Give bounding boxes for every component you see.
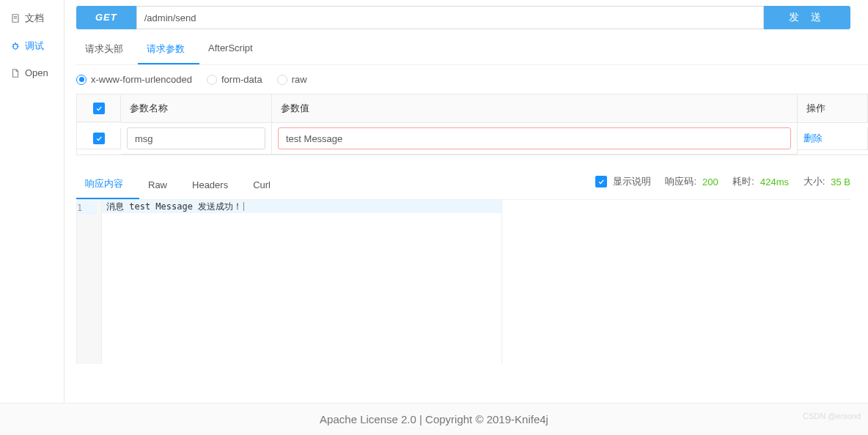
- resp-code-value: 200: [702, 176, 718, 187]
- resp-time-label: 耗时:: [732, 175, 754, 188]
- header-op: 操作: [798, 94, 868, 123]
- response-meta: 显示说明 响应码: 200 耗时: 424ms 大小: 35 B: [595, 175, 850, 194]
- header-value: 参数值: [272, 94, 798, 123]
- tab-response-headers[interactable]: Headers: [183, 172, 244, 198]
- checkbox-checked-icon[interactable]: [595, 176, 607, 187]
- checkbox-checked-icon: [93, 103, 105, 114]
- file-icon: [10, 68, 21, 78]
- footer: Apache License 2.0 | Copyright © 2019-Kn…: [0, 403, 868, 435]
- bug-icon: [10, 41, 21, 51]
- params-table: 参数名称 参数值 操作 删除: [76, 94, 868, 155]
- tab-response-body[interactable]: 响应内容: [76, 170, 139, 199]
- sidebar-item-label: Open: [25, 67, 48, 78]
- response-tabs: 响应内容 Raw Headers Curl 显示说明 响应码: 200 耗时: …: [76, 170, 850, 200]
- sidebar: 文档 调试 Open: [0, 0, 65, 435]
- resp-size-label: 大小:: [803, 175, 825, 188]
- footer-text: Apache License 2.0 | Copyright © 2019-Kn…: [320, 413, 548, 425]
- tab-afterscript[interactable]: AfterScript: [199, 35, 268, 64]
- radio-on-icon: [76, 75, 87, 85]
- delete-link[interactable]: 删除: [803, 133, 823, 144]
- svg-line-8: [17, 44, 18, 45]
- response-text: 消息 test Message 发送成功！: [106, 201, 242, 213]
- resp-size-value: 35 B: [831, 176, 850, 187]
- tab-response-raw[interactable]: Raw: [139, 172, 183, 198]
- http-method-badge[interactable]: GET: [76, 6, 136, 29]
- table-header-row: 参数名称 参数值 操作: [77, 94, 868, 123]
- svg-point-3: [13, 44, 18, 49]
- sidebar-item-debug[interactable]: 调试: [0, 32, 64, 60]
- line-number: 1: [77, 201, 97, 215]
- sidebar-item-doc[interactable]: 文档: [0, 4, 64, 32]
- request-tabs: 请求头部 请求参数 AfterScript: [76, 35, 868, 65]
- tab-request-headers[interactable]: 请求头部: [76, 35, 138, 64]
- response-right-pane: [501, 200, 868, 364]
- send-button[interactable]: 发 送: [764, 6, 850, 29]
- resp-time-value: 424ms: [760, 176, 789, 187]
- watermark: CSDN @ersond: [803, 412, 861, 420]
- header-name: 参数名称: [121, 94, 272, 123]
- svg-line-7: [13, 44, 14, 45]
- url-input[interactable]: [136, 6, 764, 29]
- main-panel: GET 发 送 请求头部 请求参数 AfterScript x-www-form…: [65, 0, 868, 435]
- request-bar: GET 发 送: [76, 6, 850, 29]
- show-desc-label: 显示说明: [613, 175, 651, 188]
- resp-code-label: 响应码:: [665, 175, 696, 188]
- param-value-input[interactable]: [278, 127, 791, 149]
- sidebar-item-label: 调试: [25, 40, 44, 53]
- response-code[interactable]: 消息 test Message 发送成功！: [102, 200, 501, 364]
- radio-off-icon: [277, 75, 287, 85]
- sidebar-item-open[interactable]: Open: [0, 60, 64, 86]
- response-editor: 1 消息 test Message 发送成功！: [76, 200, 868, 364]
- caret-icon: [243, 202, 244, 211]
- param-name-input[interactable]: [127, 127, 265, 149]
- radio-off-icon: [207, 75, 217, 85]
- checkbox-checked-icon: [93, 133, 105, 144]
- tab-response-curl[interactable]: Curl: [244, 172, 287, 198]
- encoding-raw[interactable]: raw: [277, 74, 307, 85]
- line-gutter: 1: [77, 200, 102, 364]
- sidebar-item-label: 文档: [25, 12, 44, 25]
- doc-icon: [10, 13, 21, 23]
- encoding-row: x-www-form-urlencoded form-data raw: [65, 65, 868, 94]
- row-check-cell[interactable]: [77, 128, 121, 149]
- tab-request-params[interactable]: 请求参数: [138, 35, 199, 64]
- header-check-cell[interactable]: [77, 95, 121, 122]
- encoding-formdata[interactable]: form-data: [207, 74, 262, 85]
- table-row: 删除: [77, 123, 868, 155]
- encoding-urlencoded[interactable]: x-www-form-urlencoded: [76, 74, 192, 85]
